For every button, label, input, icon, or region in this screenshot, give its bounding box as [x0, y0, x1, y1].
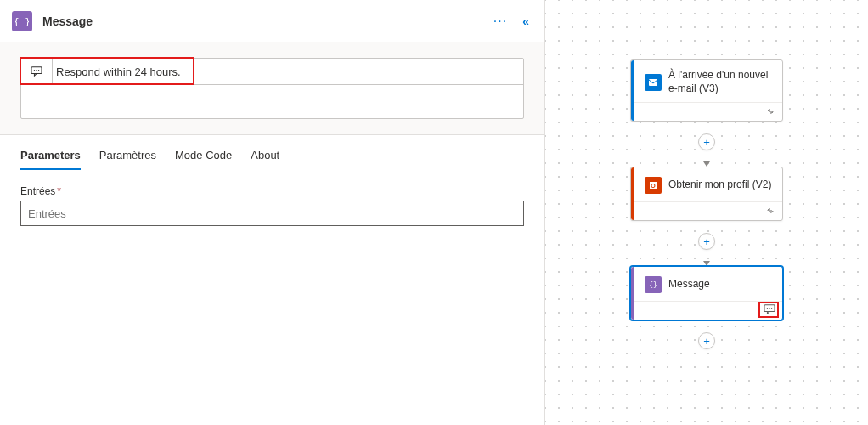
svg-point-11 — [769, 308, 769, 309]
tab-parameters[interactable]: Parameters — [20, 149, 81, 170]
note-body[interactable] — [21, 84, 523, 118]
flow-card-message[interactable]: {} Message — [630, 266, 783, 320]
tab-mode-code[interactable]: Mode Code — [175, 149, 232, 170]
entrees-input[interactable] — [20, 201, 524, 226]
office-icon: O — [645, 177, 662, 194]
flow-column: À l'arrivée d'un nouvel e-mail (V3) + O … — [622, 60, 792, 349]
add-step-button[interactable]: + — [698, 233, 715, 250]
connector: + — [698, 122, 715, 167]
note-box[interactable]: Respond within 24 hours. — [20, 58, 524, 119]
svg-rect-5 — [649, 79, 657, 86]
svg-point-3 — [36, 70, 37, 71]
card-title: Message — [668, 278, 710, 292]
svg-text:{}: {} — [649, 281, 657, 289]
tab-parametres[interactable]: Paramètres — [99, 149, 156, 170]
add-step-button[interactable]: + — [698, 133, 715, 150]
tab-about[interactable]: About — [251, 149, 279, 170]
chat-icon — [764, 304, 775, 317]
flow-card-profile[interactable]: O Obtenir mon profil (V2) — [630, 167, 783, 221]
collapse-button[interactable]: « — [519, 11, 533, 31]
flow-card-trigger[interactable]: À l'arrivée d'un nouvel e-mail (V3) — [630, 60, 783, 122]
card-title: Obtenir mon profil (V2) — [668, 178, 771, 192]
form-area: Entrées* — [0, 170, 544, 241]
svg-text:{ }: { } — [15, 16, 29, 27]
card-title: À l'arrivée d'un nouvel e-mail (V3) — [668, 69, 772, 95]
note-text: Respond within 24 hours. — [53, 60, 188, 83]
link-icon — [765, 206, 775, 218]
connector: + — [698, 320, 715, 349]
svg-point-4 — [38, 70, 39, 71]
svg-text:O: O — [651, 183, 656, 189]
svg-point-10 — [767, 308, 768, 309]
field-label: Entrées* — [20, 185, 524, 197]
more-button[interactable]: ··· — [493, 14, 507, 29]
svg-point-12 — [771, 308, 772, 309]
flow-canvas[interactable]: À l'arrivée d'un nouvel e-mail (V3) + O … — [545, 0, 868, 425]
chat-icon — [21, 66, 52, 76]
details-panel: { } Message ··· « Respond within 24 hour… — [0, 0, 545, 425]
connector: + — [698, 221, 715, 266]
add-step-button[interactable]: + — [698, 332, 715, 349]
outlook-icon — [645, 74, 662, 91]
card-footer — [631, 102, 782, 121]
panel-title: Message — [42, 14, 493, 28]
code-icon: {} — [645, 276, 662, 293]
link-icon — [765, 106, 775, 118]
card-footer — [631, 301, 782, 320]
svg-point-2 — [34, 70, 35, 71]
tabs: Parameters Paramètres Mode Code About — [0, 135, 544, 170]
panel-header: { } Message ··· « — [0, 0, 544, 42]
code-icon: { } — [12, 11, 32, 31]
note-area: Respond within 24 hours. — [0, 42, 544, 135]
card-footer — [631, 201, 782, 220]
